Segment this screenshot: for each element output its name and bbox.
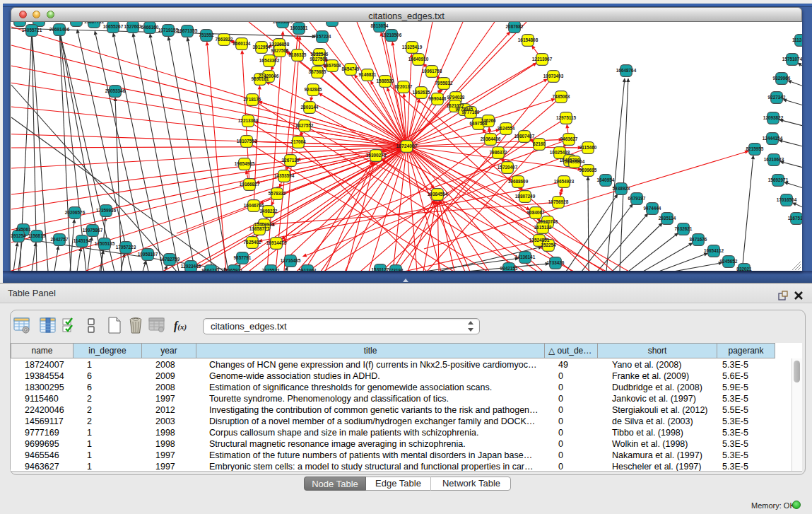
svg-text:12213363: 12213363 — [238, 118, 259, 123]
svg-text:20691406: 20691406 — [49, 27, 70, 32]
svg-text:10807487: 10807487 — [514, 134, 535, 139]
svg-text:3875685: 3875685 — [309, 69, 326, 74]
svg-text:7357224: 7357224 — [314, 34, 331, 39]
svg-text:10961758: 10961758 — [422, 69, 442, 74]
svg-text:13658777: 13658777 — [249, 226, 270, 231]
svg-text:6466160: 6466160 — [141, 25, 159, 30]
svg-text:9937141: 9937141 — [324, 22, 341, 23]
svg-text:3912954: 3912954 — [253, 45, 271, 49]
svg-text:1640954: 1640954 — [597, 177, 615, 182]
svg-text:1112476: 1112476 — [792, 37, 802, 42]
svg-text:832021: 832021 — [736, 267, 752, 271]
svg-text:12444154: 12444154 — [763, 136, 783, 141]
svg-text:8471676: 8471676 — [690, 237, 707, 242]
svg-text:15692971: 15692971 — [768, 177, 789, 182]
svg-text:2803144: 2803144 — [301, 105, 319, 110]
svg-text:9342155: 9342155 — [500, 266, 518, 271]
svg-text:746266: 746266 — [481, 118, 496, 123]
svg-text:14353594: 14353594 — [274, 173, 295, 178]
svg-text:252254: 252254 — [541, 243, 556, 247]
svg-text:1615132: 1615132 — [534, 225, 552, 230]
svg-text:1362615: 1362615 — [413, 90, 430, 95]
svg-text:18807249: 18807249 — [515, 194, 536, 199]
svg-text:10973493: 10973493 — [543, 74, 564, 78]
svg-text:1527602: 1527602 — [124, 24, 142, 29]
svg-text:5938923: 5938923 — [613, 186, 630, 191]
svg-text:19384554: 19384554 — [428, 192, 448, 197]
svg-text:16914479: 16914479 — [266, 240, 287, 245]
svg-text:14055721: 14055721 — [22, 28, 42, 33]
svg-text:16210643: 16210643 — [764, 157, 784, 162]
svg-text:3267130: 3267130 — [282, 158, 300, 163]
svg-text:10120746: 10120746 — [538, 219, 558, 224]
svg-text:1603381: 1603381 — [290, 25, 308, 30]
svg-text:2055721: 2055721 — [30, 22, 48, 23]
svg-text:9115460: 9115460 — [579, 145, 597, 150]
svg-text:5912463: 5912463 — [299, 268, 317, 271]
svg-text:7986372: 7986372 — [490, 150, 507, 155]
svg-text:9329966: 9329966 — [773, 76, 791, 81]
svg-text:16543362: 16543362 — [259, 58, 280, 63]
svg-text:1588520: 1588520 — [377, 78, 394, 83]
svg-text:8660124: 8660124 — [233, 41, 251, 46]
svg-text:19654985: 19654985 — [235, 161, 255, 166]
svg-text:2935114: 2935114 — [659, 216, 676, 221]
svg-text:20364436: 20364436 — [481, 136, 501, 141]
svg-text:1530127: 1530127 — [372, 267, 389, 271]
svg-text:10958107: 10958107 — [138, 252, 158, 257]
svg-text:18107553: 18107553 — [237, 139, 257, 144]
svg-text:8712255: 8712255 — [68, 22, 86, 23]
svg-text:391254: 391254 — [11, 233, 26, 238]
svg-text:8220137: 8220137 — [395, 84, 413, 89]
svg-text:2087682: 2087682 — [506, 24, 524, 29]
svg-text:18724007: 18724007 — [396, 144, 417, 148]
svg-text:10655267: 10655267 — [103, 24, 124, 29]
svg-text:9084067: 9084067 — [527, 210, 545, 215]
svg-text:9146821: 9146821 — [359, 72, 377, 77]
svg-text:16046786: 16046786 — [244, 203, 264, 208]
svg-text:9990448: 9990448 — [429, 96, 447, 101]
svg-text:1156819: 1156819 — [28, 233, 46, 238]
svg-text:19654923: 19654923 — [554, 179, 575, 184]
svg-text:7415522: 7415522 — [262, 268, 280, 271]
svg-text:8813054: 8813054 — [371, 23, 389, 28]
svg-text:8215955: 8215955 — [746, 146, 764, 151]
svg-text:9857791: 9857791 — [234, 255, 252, 260]
svg-text:7485063: 7485063 — [553, 94, 570, 99]
svg-text:7632621: 7632621 — [675, 226, 693, 231]
svg-text:8427552: 8427552 — [296, 123, 314, 128]
svg-text:16033809: 16033809 — [273, 22, 293, 24]
svg-text:16782759: 16782759 — [160, 257, 180, 262]
svg-text:16154808: 16154808 — [518, 37, 539, 42]
svg-text:16093809: 16093809 — [11, 22, 30, 23]
svg-text:19687711: 19687711 — [84, 22, 105, 24]
svg-text:1733426: 1733426 — [547, 260, 565, 265]
svg-text:13524851: 13524851 — [529, 238, 550, 243]
svg-text:10719155: 10719155 — [158, 28, 179, 33]
svg-text:16671355: 16671355 — [177, 28, 198, 33]
svg-text:15720407: 15720407 — [498, 165, 518, 170]
svg-text:10654112: 10654112 — [704, 248, 724, 253]
svg-text:12093822: 12093822 — [763, 115, 784, 120]
svg-text:7625402: 7625402 — [244, 240, 261, 245]
svg-text:10025438: 10025438 — [550, 150, 570, 155]
svg-text:14136141: 14136141 — [515, 255, 536, 259]
svg-text:5578332: 5578332 — [269, 191, 286, 196]
svg-text:17957223: 17957223 — [116, 245, 136, 250]
svg-text:16495804: 16495804 — [565, 159, 585, 164]
svg-text:12923445: 12923445 — [181, 264, 201, 269]
svg-text:9242845: 9242845 — [305, 87, 322, 92]
svg-text:7663822: 7663822 — [216, 37, 233, 42]
svg-text:9332546: 9332546 — [311, 52, 329, 57]
svg-text:6479197: 6479197 — [628, 196, 646, 201]
svg-text:20053346: 20053346 — [105, 88, 126, 93]
svg-text:19166827: 19166827 — [240, 182, 260, 187]
svg-text:8186325: 8186325 — [289, 52, 307, 57]
svg-text:217004: 217004 — [290, 139, 306, 144]
svg-text:13716485: 13716485 — [281, 258, 301, 263]
svg-text:7955812: 7955812 — [435, 81, 453, 86]
svg-text:19975867: 19975867 — [83, 228, 103, 233]
svg-text:19218506: 19218506 — [382, 33, 402, 37]
svg-text:9474444: 9474444 — [644, 206, 661, 211]
svg-text:773194: 773194 — [388, 268, 404, 271]
